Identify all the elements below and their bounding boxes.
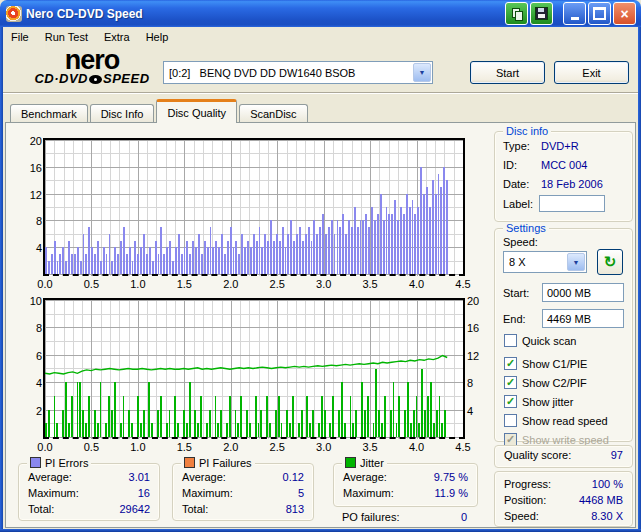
end-position-input[interactable]: 4469 MB xyxy=(542,309,624,328)
data-bar xyxy=(328,227,330,274)
data-bar xyxy=(237,423,239,437)
data-bar xyxy=(426,187,428,274)
data-bar xyxy=(152,261,154,274)
refresh-button[interactable]: ↻ xyxy=(597,249,623,275)
tab-disc-info[interactable]: Disc Info xyxy=(90,104,155,123)
data-bar xyxy=(207,247,209,274)
nero-logo: nero CD·DVD SPEED xyxy=(17,48,167,86)
data-bar xyxy=(407,382,409,437)
data-bar xyxy=(212,247,214,274)
data-bar xyxy=(79,382,81,437)
tab-benchmark[interactable]: Benchmark xyxy=(10,104,88,123)
save-button[interactable] xyxy=(530,2,553,25)
data-bar xyxy=(322,214,324,274)
data-bar xyxy=(166,247,168,274)
exit-button[interactable]: Exit xyxy=(554,61,629,84)
disc-label-input[interactable] xyxy=(539,195,605,212)
minimize-button[interactable] xyxy=(563,2,586,25)
data-bar xyxy=(255,396,257,437)
data-bar xyxy=(233,247,235,274)
data-bar xyxy=(421,369,423,438)
start-button[interactable]: Start xyxy=(470,61,545,84)
drive-selector[interactable]: [0:2] BENQ DVD DD DW1640 BSOB ▼ xyxy=(163,61,433,84)
checkbox-show-c2-pif[interactable]: ✓Show C2/PIF xyxy=(504,375,587,390)
data-bar xyxy=(393,382,395,437)
data-bar xyxy=(260,410,262,437)
menu-help[interactable]: Help xyxy=(138,29,177,45)
chevron-down-icon[interactable]: ▼ xyxy=(567,253,585,271)
data-bar xyxy=(281,423,283,437)
data-bar xyxy=(109,234,111,274)
data-bar xyxy=(301,410,303,437)
data-bar xyxy=(337,220,339,274)
data-bar xyxy=(308,227,310,274)
data-bar xyxy=(178,234,180,274)
data-bar xyxy=(289,423,291,437)
data-bar xyxy=(68,423,70,437)
data-bar xyxy=(410,423,412,437)
speed-selector[interactable]: 8 X ▼ xyxy=(503,251,587,273)
data-bar xyxy=(126,254,128,274)
po-failures-value: 0 xyxy=(461,511,467,523)
data-bar xyxy=(77,382,79,437)
data-bar xyxy=(334,234,336,274)
data-bar xyxy=(266,396,268,437)
maximize-button[interactable] xyxy=(588,2,611,25)
data-bar xyxy=(438,174,440,275)
checkbox-show-jitter[interactable]: ✓Show jitter xyxy=(504,394,573,409)
data-bar xyxy=(302,241,304,275)
start-position-input[interactable]: 0000 MB xyxy=(542,283,624,302)
data-bar xyxy=(285,247,287,274)
checkbox-show-read-speed[interactable]: ✓Show read speed xyxy=(504,413,608,428)
data-bar xyxy=(174,396,176,437)
data-bar xyxy=(230,227,232,274)
data-bar xyxy=(397,220,399,274)
menu-run-test[interactable]: Run Test xyxy=(37,29,96,45)
checkbox-show-c1-pie[interactable]: ✓Show C1/PIE xyxy=(504,356,587,371)
jitter-stats-box: Jitter Average:9.75 % Maximum:11.9 % xyxy=(333,463,478,507)
pi-failures-x-axis: 0.00.51.01.52.02.53.03.54.04.5 xyxy=(45,441,473,455)
data-bar xyxy=(183,410,185,437)
tab-scandisc[interactable]: ScanDisc xyxy=(239,104,307,123)
checkbox-quick-scan[interactable]: ✓Quick scan xyxy=(504,333,576,348)
x-tick-label: 0.5 xyxy=(84,441,99,453)
data-bar xyxy=(318,423,320,437)
data-bar xyxy=(329,423,331,437)
data-bar xyxy=(108,396,110,437)
copy-to-clipboard-button[interactable] xyxy=(505,2,528,25)
disc-type-value: DVD+R xyxy=(541,140,579,152)
tab-disc-quality[interactable]: Disc Quality xyxy=(156,99,237,123)
close-button[interactable]: × xyxy=(613,2,636,25)
data-bar xyxy=(83,234,85,274)
data-bar xyxy=(351,227,353,274)
pi-failures-maximum: 5 xyxy=(298,487,304,499)
po-failures-row: PO failures: 0 xyxy=(342,511,467,523)
data-bar xyxy=(345,234,347,274)
tab-strip: Benchmark Disc Info Disc Quality ScanDis… xyxy=(10,101,310,123)
titlebar[interactable]: Nero CD-DVD Speed × xyxy=(0,0,641,27)
y-tick-label: 6 xyxy=(16,350,42,362)
data-bar xyxy=(62,247,64,274)
pi-errors-average: 3.01 xyxy=(129,471,150,483)
x-tick-label: 3.5 xyxy=(362,441,377,453)
data-bar xyxy=(361,382,363,437)
data-bar xyxy=(238,254,240,274)
data-bar xyxy=(390,410,392,437)
data-bar xyxy=(259,227,261,274)
maximize-icon xyxy=(593,7,606,20)
x-tick-label: 4.5 xyxy=(455,278,470,290)
data-bar xyxy=(158,254,160,274)
data-bar xyxy=(149,247,151,274)
jitter-y-axis-right: 48121620 xyxy=(467,300,493,437)
chevron-down-icon[interactable]: ▼ xyxy=(413,63,431,82)
menu-extra[interactable]: Extra xyxy=(96,29,138,45)
data-bar xyxy=(371,207,373,274)
data-bar xyxy=(432,180,434,274)
data-bar xyxy=(404,410,406,437)
data-bar xyxy=(352,423,354,437)
data-bar xyxy=(290,220,292,274)
menu-file[interactable]: File xyxy=(3,29,37,45)
checkbox-icon: ✓ xyxy=(504,376,517,389)
pi-failures-stats-title: PI Failures xyxy=(181,457,255,469)
data-bar xyxy=(278,396,280,437)
